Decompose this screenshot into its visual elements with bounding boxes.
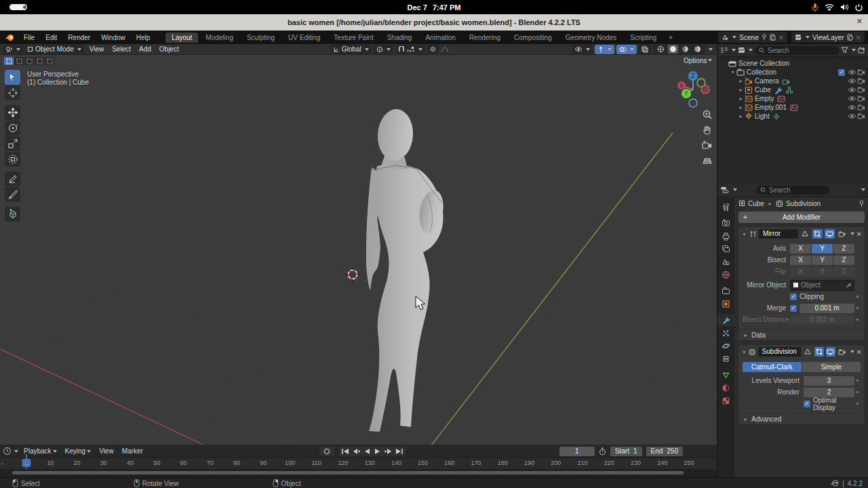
camera-view-icon[interactable] (701, 140, 712, 150)
workspace-tab-scripting[interactable]: Scripting (624, 33, 663, 43)
hide-eye-icon[interactable] (848, 104, 856, 110)
zoom-icon[interactable] (701, 108, 712, 119)
breadcrumb-modifier[interactable]: Subdivision (786, 200, 821, 207)
expand-icon[interactable]: ▾ (741, 231, 747, 237)
subdivision-type-simple-button[interactable]: Simple (802, 362, 861, 372)
new-scene-icon[interactable] (770, 34, 776, 41)
frame-end-field[interactable]: End 250 (646, 447, 683, 456)
show-in-editmode-toggle[interactable] (812, 229, 823, 239)
menu-edit[interactable]: Edit (40, 34, 62, 41)
axis-z-button[interactable]: Z (833, 244, 854, 253)
expand-arrow-icon[interactable]: ▸ (738, 104, 744, 110)
workspace-tab-sculpting[interactable]: Sculpting (241, 33, 281, 43)
transform-orientation-dropdown[interactable]: Global (330, 45, 372, 54)
next-keyframe-button[interactable] (383, 447, 394, 456)
workspace-tab-modeling[interactable]: Modeling (199, 33, 239, 43)
shading-rendered-button[interactable] (692, 45, 703, 54)
properties-tab-scene[interactable] (717, 256, 734, 268)
properties-tab-particles[interactable] (717, 327, 734, 340)
mode-dropdown[interactable]: Object Mode (24, 45, 84, 54)
filter-mode-icon[interactable] (738, 47, 745, 54)
workspace-tab-compositing[interactable]: Compositing (508, 33, 558, 43)
disable-in-renders-icon[interactable] (857, 78, 865, 84)
render-visibility-toggle[interactable] (856, 95, 865, 102)
object-visibility-dropdown[interactable] (572, 45, 593, 54)
hide-eye-icon[interactable] (848, 96, 856, 102)
orthographic-grid-icon[interactable] (701, 155, 712, 166)
xray-toggle[interactable] (639, 45, 651, 54)
viewport-menu-select[interactable]: Select (108, 45, 135, 53)
exclude-checkbox[interactable]: ✓ (838, 69, 845, 76)
shading-material-preview-button[interactable] (680, 45, 690, 54)
viewport-menu-view[interactable]: View (85, 45, 108, 53)
select-set-button[interactable] (4, 57, 14, 65)
auto-keying-button[interactable] (319, 447, 334, 456)
frame-tick[interactable]: 140 (391, 460, 401, 466)
workspace-tab-shading[interactable]: Shading (381, 33, 418, 43)
show-in-render-toggle[interactable] (837, 229, 847, 239)
timeline-expand-arrow-icon[interactable]: › (1, 460, 3, 467)
bisect-x-button[interactable]: X (790, 256, 811, 265)
current-frame-field[interactable]: 1 (559, 447, 595, 456)
shading-wireframe-button[interactable] (656, 45, 666, 54)
workspace-tab-geometry-nodes[interactable]: Geometry Nodes (559, 33, 623, 43)
shading-dropdown-chevron-icon[interactable] (709, 48, 713, 51)
snap-controls[interactable] (395, 45, 425, 54)
workspace-tab-uv-editing[interactable]: UV Editing (282, 33, 326, 43)
tool-transform-button[interactable] (5, 152, 20, 167)
menu-render[interactable]: Render (62, 34, 96, 41)
workspace-tab-texture-paint[interactable]: Texture Paint (328, 33, 379, 43)
remove-view-layer-icon[interactable]: ✕ (856, 34, 861, 41)
frame-tick[interactable]: 10 (47, 460, 54, 466)
frame-tick[interactable]: 70 (207, 460, 214, 466)
blender-logo-icon[interactable] (0, 34, 18, 41)
viewport-menu-object[interactable]: Object (155, 45, 183, 53)
subdivision-name-field[interactable]: Subdivision (758, 347, 801, 357)
expand-arrow-icon[interactable]: ▸ (738, 78, 744, 84)
tool-measure-button[interactable] (5, 187, 20, 202)
view-layer-selector[interactable]: ViewLayer ✕ (791, 31, 865, 43)
bisect-y-button[interactable]: Y (812, 256, 833, 265)
extras-chevron-icon[interactable] (850, 350, 854, 353)
timeline-editor-icon[interactable] (3, 447, 12, 455)
properties-tab-tool[interactable] (717, 201, 734, 214)
data-section-toggle[interactable]: ▸ Data (738, 329, 865, 340)
frame-tick[interactable]: 100 (285, 460, 295, 466)
viewport-menu-add[interactable]: Add (135, 45, 155, 53)
outliner-row-scene-collection[interactable]: Scene Collection (717, 59, 868, 68)
workspace-tab-rendering[interactable]: Rendering (463, 33, 507, 43)
pin-icon[interactable] (762, 34, 767, 41)
frame-tick[interactable]: 230 (631, 460, 641, 466)
render-visibility-toggle[interactable] (856, 113, 865, 120)
optimal-display-checkbox[interactable]: ✓ Optimal Display (804, 396, 854, 411)
hide-eye-icon[interactable] (848, 113, 856, 119)
bisect-z-button[interactable]: Z (833, 256, 854, 265)
new-collection-icon[interactable] (858, 47, 865, 54)
frame-tick[interactable]: 170 (471, 460, 481, 466)
tool-cursor-button[interactable] (5, 85, 20, 100)
hide-eye-icon[interactable] (848, 69, 856, 75)
scene-selector[interactable]: Scene ✕ (717, 31, 788, 43)
tool-tweak-select-button[interactable] (5, 70, 20, 85)
frame-tick[interactable]: 190 (524, 460, 534, 466)
frame-tick[interactable]: 120 (338, 460, 348, 466)
outliner-row-empty-001[interactable]: ▸Empty.001 (717, 103, 868, 112)
axis-y-button[interactable]: Y (812, 244, 833, 253)
render-visibility-toggle[interactable] (856, 104, 865, 111)
playhead[interactable] (26, 454, 27, 469)
frame-tick[interactable]: 130 (365, 460, 375, 466)
jump-to-end-button[interactable] (394, 447, 405, 456)
proportional-editing-button[interactable] (427, 45, 439, 54)
play-reverse-button[interactable] (361, 447, 372, 456)
show-on-cage-toggle[interactable] (800, 229, 810, 239)
timeline-menu-marker[interactable]: Marker (118, 447, 147, 455)
mirror-object-field[interactable]: Object (790, 280, 854, 291)
model-basic-woman[interactable] (366, 108, 446, 432)
eyedropper-icon[interactable] (846, 282, 852, 288)
render-visibility-toggle[interactable] (856, 77, 865, 85)
select-invert-button[interactable] (35, 57, 44, 65)
properties-tab-world[interactable] (717, 268, 734, 281)
unlink-scene-icon[interactable]: ✕ (778, 34, 784, 41)
tick-line[interactable] (689, 469, 690, 477)
jump-to-start-button[interactable] (340, 447, 351, 456)
